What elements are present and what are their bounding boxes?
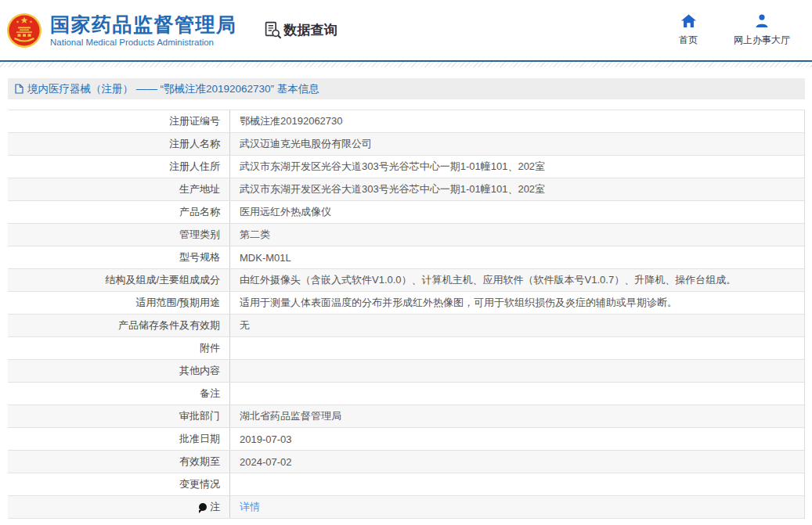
table-row: 结构及组成/主要组成成分由红外摄像头（含嵌入式软件V1.0.0）、计算机主机、应…: [8, 269, 804, 292]
table-row: 注册证编号鄂械注准20192062730: [8, 110, 804, 133]
row-label: 批准日期: [8, 428, 229, 450]
nav-service-hall[interactable]: 网上办事大厅: [734, 13, 790, 47]
table-row: 管理类别第二类: [8, 224, 804, 246]
detail-link[interactable]: 详情: [240, 500, 260, 514]
table-row: 注详情: [8, 496, 804, 519]
row-label: 注册人名称: [8, 133, 229, 155]
row-label: 生产地址: [8, 178, 229, 200]
breadcrumb: 境内医疗器械（注册） —— “鄂械注准20192062730” 基本信息: [8, 78, 805, 99]
row-label: 管理类别: [8, 224, 229, 246]
site-title: 国家药品监督管理局: [50, 13, 237, 36]
row-value: 适用于测量人体表面温度的分布并形成红外热像图，可用于软组织损伤及炎症的辅助或早期…: [229, 292, 804, 314]
nav-service-hall-label: 网上办事大厅: [734, 34, 790, 47]
note-icon: [199, 503, 207, 511]
table-row: 其他内容: [8, 360, 804, 383]
site-subtitle: National Medical Products Administration: [50, 38, 237, 47]
row-value: MDK-M01L: [229, 246, 804, 268]
row-label: 其他内容: [8, 360, 229, 382]
nav-home[interactable]: 首页: [673, 13, 704, 47]
site-header: 国家药品监督管理局 National Medical Products Admi…: [0, 0, 812, 60]
table-row: 审批部门湖北省药品监督管理局: [8, 405, 804, 428]
row-value: [229, 383, 804, 405]
table-row: 产品名称医用远红外热成像仪: [8, 201, 804, 224]
table-row: 适用范围/预期用途适用于测量人体表面温度的分布并形成红外热像图，可用于软组织损伤…: [8, 292, 804, 315]
row-label: 注册人住所: [8, 156, 229, 178]
row-label: 适用范围/预期用途: [8, 292, 229, 314]
row-value: [229, 473, 804, 495]
row-value: 无: [229, 315, 804, 336]
row-label: 备注: [8, 383, 229, 405]
row-value: 鄂械注准20192062730: [229, 110, 804, 132]
row-value: 由红外摄像头（含嵌入式软件V1.0.0）、计算机主机、应用软件（软件版本号V1.…: [229, 269, 804, 291]
row-label: 型号规格: [8, 246, 229, 268]
row-value: [229, 337, 804, 359]
home-icon: [681, 13, 696, 28]
row-label: 注册证编号: [8, 110, 229, 132]
person-icon: [755, 13, 769, 28]
table-row: 变更情况: [8, 473, 804, 496]
page-icon: [15, 84, 23, 94]
row-value: [229, 360, 804, 382]
row-label: 产品名称: [8, 201, 229, 223]
row-value: 武汉市东湖开发区光谷大道303号光谷芯中心一期1-01幢101、202室: [229, 178, 804, 200]
row-value: 武汉市东湖开发区光谷大道303号光谷芯中心一期1-01幢101、202室: [229, 156, 804, 178]
table-row: 型号规格MDK-M01L: [8, 246, 804, 269]
row-label: 审批部门: [8, 405, 229, 427]
top-nav: 首页 网上办事大厅: [673, 13, 790, 47]
striped-band: [0, 62, 812, 67]
row-label: 产品储存条件及有效期: [8, 315, 229, 336]
table-row: 注册人住所武汉市东湖开发区光谷大道303号光谷芯中心一期1-01幢101、202…: [8, 156, 804, 178]
table-row: 备注: [8, 383, 804, 405]
table-row: 生产地址武汉市东湖开发区光谷大道303号光谷芯中心一期1-01幢101、202室: [8, 178, 804, 201]
row-label: 附件: [8, 337, 229, 359]
row-value: 医用远红外热成像仪: [229, 201, 804, 223]
national-emblem-logo: [6, 13, 42, 49]
row-value: 2019-07-03: [229, 428, 804, 450]
document-search-icon: [264, 21, 282, 39]
row-label: 结构及组成/主要组成成分: [8, 269, 229, 291]
row-value: 详情: [229, 496, 804, 518]
table-row: 注册人名称武汉迈迪克光电股份有限公司: [8, 133, 804, 156]
row-value: 第二类: [229, 224, 804, 246]
info-table: 注册证编号鄂械注准20192062730注册人名称武汉迈迪克光电股份有限公司注册…: [8, 110, 805, 519]
row-label: 有效期至: [8, 451, 229, 473]
row-value: 武汉迈迪克光电股份有限公司: [229, 133, 804, 155]
nav-home-label: 首页: [679, 34, 698, 47]
table-row: 有效期至2024-07-02: [8, 451, 804, 473]
page-title: 境内医疗器械（注册） —— “鄂械注准20192062730” 基本信息: [27, 82, 319, 96]
data-query-menu[interactable]: 数据查询: [264, 21, 337, 39]
table-row: 产品储存条件及有效期无: [8, 315, 804, 337]
row-value: 湖北省药品监督管理局: [229, 405, 804, 427]
data-query-label: 数据查询: [284, 21, 337, 39]
table-row: 批准日期2019-07-03: [8, 428, 804, 451]
table-row: 附件: [8, 337, 804, 360]
brand-block: 国家药品监督管理局 National Medical Products Admi…: [50, 13, 237, 48]
row-label: 变更情况: [8, 473, 229, 495]
row-value: 2024-07-02: [229, 451, 804, 473]
row-label: 注: [8, 496, 229, 518]
